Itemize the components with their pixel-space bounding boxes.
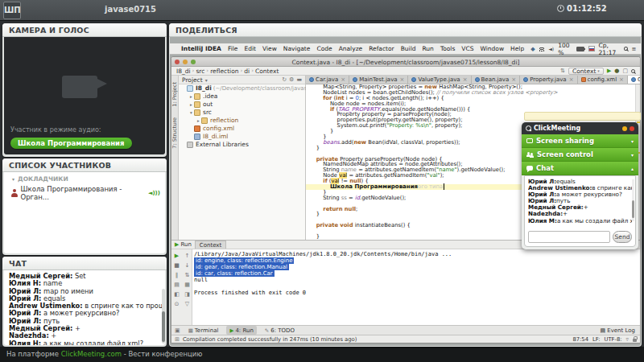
tool-window-button[interactable]: ▦Terminal: [185, 326, 222, 335]
console-toolbar-icon[interactable]: ◧: [171, 290, 182, 299]
volume-icon[interactable]: ◄): [548, 46, 554, 51]
tree-row[interactable]: External Libraries: [179, 141, 305, 149]
chat-scrollbar[interactable]: [162, 289, 165, 343]
section-chevron-icon[interactable]: ▾: [631, 138, 634, 144]
menu-item[interactable]: Edit: [244, 45, 256, 52]
section-chevron-icon[interactable]: ▾: [631, 152, 634, 158]
cm-section-screen-control[interactable]: Screen control▾: [522, 148, 638, 162]
chat-message-input[interactable]: [528, 231, 610, 243]
menu-item[interactable]: Window: [481, 45, 505, 52]
clickmeeting-chat-messages[interactable]: Юрий Л:equalsAndrew Ustimenko:в спринге …: [528, 179, 632, 224]
spotlight-icon[interactable]: [624, 47, 627, 51]
coverage-icon[interactable]: ▢: [622, 68, 628, 74]
clickmeeting-header[interactable]: ClickMeeting: [522, 122, 638, 134]
line-ending[interactable]: LF:: [592, 336, 600, 343]
console-toolbar-icon[interactable]: ↓: [182, 261, 192, 270]
menu-item[interactable]: Refactor: [369, 45, 394, 52]
dropbox-icon[interactable]: ◆: [530, 46, 535, 52]
menu-item[interactable]: IntelliJ IDEA: [181, 45, 221, 52]
menu-item[interactable]: Analyze: [339, 45, 363, 52]
tree-collapsed-icon[interactable]: ▸: [196, 117, 201, 125]
console-toolbar-icon[interactable]: ▦: [182, 280, 192, 290]
updown-icon[interactable]: ⇅: [560, 68, 565, 74]
section-chevron-icon[interactable]: ▴: [631, 166, 634, 171]
tool-button-structure[interactable]: 7: Structure: [171, 117, 178, 149]
console-toolbar-icon[interactable]: ▽: [182, 299, 192, 309]
search-icon[interactable]: [631, 69, 635, 73]
menu-clock[interactable]: Ср, 21:17: [599, 42, 621, 56]
event-log-button[interactable]: ▤Event Log: [601, 327, 637, 334]
tool-window-button[interactable]: ▶4: Run: [226, 326, 256, 335]
tool-button-project[interactable]: 1: Project: [171, 82, 178, 107]
tree-row[interactable]: config.xml: [179, 125, 305, 133]
menu-item[interactable]: Build: [401, 45, 416, 52]
tree-row[interactable]: ▾src: [179, 109, 305, 117]
debug-icon[interactable]: ●: [614, 68, 619, 74]
send-button[interactable]: Send: [613, 231, 632, 243]
close-panel-icon[interactable]: [630, 126, 634, 131]
speakers-group-header[interactable]: ▾ДОКЛАДЧИКИ: [4, 172, 165, 183]
tree-row[interactable]: ▸reflection: [179, 117, 305, 125]
menu-item[interactable]: Help: [510, 45, 524, 52]
editor-tab[interactable]: Car.java×: [306, 76, 349, 84]
tree-row[interactable]: ▸out: [179, 101, 305, 109]
wifi-icon[interactable]: [539, 47, 545, 51]
breadcrumb[interactable]: di: [244, 68, 250, 75]
tree-expanded-icon[interactable]: ▾: [188, 109, 194, 117]
console-toolbar-icon[interactable]: ▤: [171, 280, 182, 290]
cm-section-screen-sharing[interactable]: Screen sharing▾: [522, 134, 638, 148]
window-title-bar[interactable]: Context.java - I8_di - [~/Development/cl…: [171, 57, 640, 67]
menu-item[interactable]: Code: [316, 45, 332, 52]
tree-row[interactable]: I8_di(~/Development/classroom/javase0715…: [179, 84, 305, 93]
refresh-icon[interactable]: ↻: [282, 76, 287, 83]
breadcrumb[interactable]: reflection: [210, 68, 238, 75]
minimize-panel-icon[interactable]: [622, 126, 627, 131]
run-icon[interactable]: ▶: [607, 68, 611, 74]
menu-item[interactable]: Navigate: [283, 45, 311, 52]
menu-item[interactable]: Tools: [440, 45, 455, 52]
console-toolbar-icon[interactable]: ⇅: [182, 270, 192, 280]
breadcrumb[interactable]: Context: [255, 68, 279, 75]
console-toolbar-icon[interactable]: ⊙: [171, 299, 182, 309]
notification-center-icon[interactable]: ≡: [632, 46, 637, 52]
close-tab-icon[interactable]: ×: [341, 76, 345, 83]
editor-tab[interactable]: config.xml×: [578, 76, 628, 84]
console-toolbar-icon[interactable]: ◨: [182, 290, 192, 299]
breadcrumb[interactable]: I8_di: [176, 68, 191, 75]
tree-row[interactable]: I8_di.iml: [179, 133, 305, 141]
run-tab-context[interactable]: Context: [195, 241, 226, 249]
project-view-select[interactable]: Project: [182, 76, 203, 84]
cm-section-chat[interactable]: Chat▴: [522, 162, 638, 175]
file-encoding[interactable]: UTF-8:: [604, 336, 621, 343]
tree-collapsed-icon[interactable]: ▸: [188, 93, 194, 101]
editor-tab[interactable]: MainTest.java×: [349, 76, 408, 84]
settings-icon[interactable]: ⚙: [289, 76, 294, 83]
editor-tab[interactable]: Context.java×: [628, 76, 640, 84]
editor-tab[interactable]: Bean.java×: [472, 76, 521, 84]
tool-window-button[interactable]: ✎6: TODO: [262, 326, 298, 335]
tree-row[interactable]: ▸.idea: [179, 93, 305, 101]
keyboard-layout-flag[interactable]: [588, 46, 595, 51]
footer-link[interactable]: ClickMeeting.com: [61, 350, 122, 358]
rerun-icon[interactable]: ▶: [171, 251, 182, 261]
collapse-all-icon[interactable]: ▬: [296, 76, 302, 83]
menu-item[interactable]: VCS: [461, 45, 473, 52]
chat-messages[interactable]: Медный Сергей: SetЮлия Н: nameЮрий Л: ma…: [4, 270, 165, 345]
close-tab-icon[interactable]: ×: [619, 76, 624, 83]
run-configuration-select[interactable]: Context▾: [568, 68, 604, 75]
monitor-toggle-icon[interactable]: ▣: [175, 327, 180, 334]
close-tab-icon[interactable]: ×: [400, 76, 405, 83]
close-tab-icon[interactable]: ×: [511, 76, 516, 83]
console-toolbar-icon[interactable]: ■: [171, 261, 182, 270]
editor-tab[interactable]: ValueType.java×: [408, 76, 471, 84]
close-tab-icon[interactable]: ×: [569, 76, 574, 83]
breadcrumb[interactable]: src: [196, 68, 204, 75]
participant-row[interactable]: Школа Программирования - Орган... ◄))): [4, 183, 165, 201]
menu-item[interactable]: Run: [422, 45, 433, 52]
clickmeeting-chat-scrollbar[interactable]: [632, 179, 634, 221]
caret-position[interactable]: 87:54: [572, 336, 588, 343]
group-collapse-icon[interactable]: ▾: [12, 176, 14, 182]
console-toolbar-icon[interactable]: ‖: [171, 270, 182, 280]
status-grid-icon[interactable]: ⊞: [175, 336, 180, 343]
console-output[interactable]: /Library/Java/JavaVirtualMachines/jdk1.8…: [194, 251, 635, 327]
